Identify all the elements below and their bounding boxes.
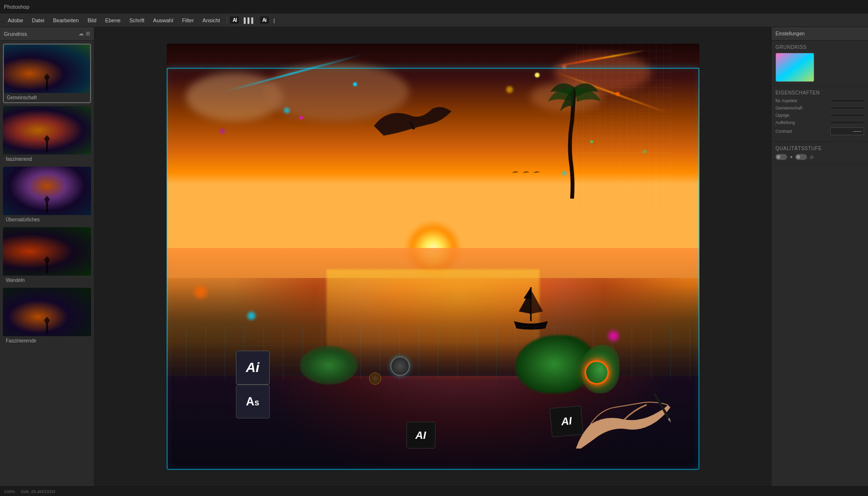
svg-marker-2	[667, 418, 672, 423]
section-title-grundriss: Grundriss	[775, 45, 864, 50]
doc-size: Dok: 25.4M/102M	[21, 489, 55, 494]
bird-silhouette	[369, 102, 456, 140]
thumbnail-image	[3, 106, 91, 155]
menu-ai-badge-2[interactable]: Ai	[260, 16, 269, 24]
left-panel-title: Grundriss	[4, 31, 27, 37]
ai-illustrator-logo: Ai	[236, 351, 270, 385]
menu-ai-badge[interactable]: AI	[230, 16, 239, 24]
artwork-background: Ai As AI AI	[167, 44, 699, 470]
neon-particle	[353, 82, 357, 86]
menubar: Adobe Datei Bearbeiten Bild Ebene Schrif…	[0, 14, 868, 27]
right-panel-header: Einstellungen	[772, 27, 868, 41]
prop-label: Gemeinschaft	[775, 106, 803, 110]
grid-icon[interactable]: ⊞	[86, 31, 90, 37]
list-item[interactable]: Übernatürliches	[3, 167, 91, 224]
thumbnail-image	[3, 167, 91, 215]
left-panel-icons: ☁ ⊞	[78, 31, 90, 37]
toggle-row: ● ◎	[775, 154, 864, 160]
menu-auswahl[interactable]: Auswahl	[149, 16, 177, 25]
mechanical-orb	[369, 372, 381, 385]
prop-input[interactable]	[830, 99, 864, 102]
prop-label: Contrast	[775, 129, 792, 134]
bokeh-particle	[220, 129, 225, 134]
color-swatch[interactable]	[775, 53, 814, 82]
prop-input[interactable]	[830, 121, 864, 124]
bokeh-particle	[643, 150, 646, 153]
glow-orb	[607, 330, 620, 342]
menu-datei[interactable]: Datei	[28, 16, 48, 25]
neon-particle	[535, 73, 540, 78]
prop-input[interactable]	[830, 107, 864, 109]
palm-tree	[545, 82, 604, 203]
main-layout: Grundriss ☁ ⊞ Gemeinschaft	[0, 27, 868, 486]
prop-row: Gemeinschaft	[775, 106, 864, 110]
left-panel: Grundriss ☁ ⊞ Gemeinschaft	[0, 27, 94, 486]
small-bird	[533, 171, 539, 174]
color-section: Grundriss	[772, 41, 868, 86]
section-title-qualitat: Qualitätsstufe	[775, 146, 864, 151]
menu-pipe: |	[270, 16, 279, 25]
properties-section: Eigenschaften für Aspekte Gemeinschaft Ü…	[772, 86, 868, 142]
prop-label: für Aspekte	[775, 98, 797, 103]
menu-schrift[interactable]: Schrift	[125, 16, 148, 25]
zoom-level: 100%	[4, 489, 15, 494]
neon-particle	[616, 92, 620, 96]
statusbar: 100% Dok: 25.4M/102M	[0, 486, 868, 496]
prop-value: ——	[830, 127, 864, 135]
toggle-label: ◎	[810, 155, 814, 159]
bokeh-particle	[506, 86, 513, 93]
toggle-label: ●	[790, 155, 792, 159]
thumbnail-image	[4, 45, 90, 93]
small-bird	[523, 171, 528, 174]
toggles-section: Qualitätsstufe ● ◎	[772, 142, 868, 164]
list-item[interactable]: Gemeinschaft	[3, 44, 91, 103]
cloud-icon[interactable]: ☁	[78, 31, 84, 37]
thumbnail-label: Gemeinschaft	[4, 93, 90, 102]
small-bird	[512, 171, 518, 174]
left-panel-header: Grundriss ☁ ⊞	[0, 27, 94, 41]
prop-label: Üppige	[775, 113, 790, 118]
thumbnail-label: Wandeln	[3, 276, 91, 285]
menu-bearbeiten[interactable]: Bearbeiten	[49, 16, 83, 25]
glow-orb	[247, 311, 256, 321]
list-item[interactable]: Faszinierende	[3, 288, 91, 345]
neon-particle	[300, 116, 303, 119]
menu-analyse[interactable]: ▌▌▌	[240, 16, 259, 25]
thumbnail-label: Übernatürliches	[3, 215, 91, 224]
menu-bild[interactable]: Bild	[84, 16, 100, 25]
list-item[interactable]: Wandeln	[3, 227, 91, 285]
menu-separator	[227, 16, 227, 24]
ai-aftereffects-logo: As	[236, 385, 270, 418]
menu-ebene[interactable]: Ebene	[101, 16, 124, 25]
prop-row: für Aspekte	[775, 98, 864, 103]
ai-dark-logo: AI	[406, 422, 435, 449]
thumbnail-image	[3, 288, 91, 336]
prop-row: Üppige	[775, 113, 864, 118]
menu-ansicht[interactable]: Ansicht	[199, 16, 224, 25]
thumbnail-image	[3, 227, 91, 276]
thumbnail-label: faszinierend	[3, 155, 91, 164]
bokeh-particle	[284, 108, 290, 113]
vegetation	[300, 346, 358, 385]
mechanical-orb	[390, 356, 410, 376]
list-item[interactable]: faszinierend	[3, 106, 91, 164]
prop-input[interactable]	[830, 114, 864, 117]
section-title-eigenschaften: Eigenschaften	[775, 90, 864, 95]
thumbnail-list: Gemeinschaft faszinierend Übernatürliche…	[0, 41, 94, 486]
right-panel-title: Einstellungen	[775, 31, 805, 36]
prop-row: Contrast ——	[775, 127, 864, 135]
toggle-switch[interactable]	[795, 154, 807, 160]
right-panel: Einstellungen Grundriss Eigenschaften fü…	[771, 27, 868, 486]
menu-adobe[interactable]: Adobe	[4, 16, 27, 25]
main-canvas: Ai As AI AI	[167, 44, 699, 470]
thumbnail-label: Faszinierende	[3, 336, 91, 345]
small-birds	[512, 171, 540, 174]
prop-label: Aufteilung	[775, 120, 795, 125]
glow-orb	[193, 285, 208, 299]
menu-filter[interactable]: Filter	[178, 16, 198, 25]
hand-with-pen	[566, 361, 673, 449]
toggle-switch[interactable]	[775, 154, 787, 160]
as-logo-text: As	[246, 395, 259, 408]
prop-row: Aufteilung	[775, 120, 864, 125]
canvas-area[interactable]: Ai As AI AI	[94, 27, 771, 486]
